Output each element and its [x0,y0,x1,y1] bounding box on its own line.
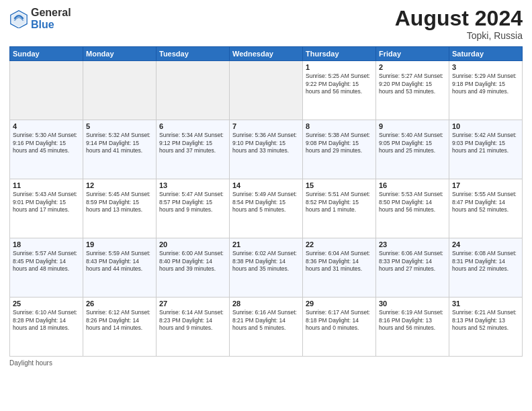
calendar-cell: 7Sunrise: 5:36 AM Sunset: 9:10 PM Daylig… [230,120,303,179]
calendar-cell: 22Sunrise: 6:04 AM Sunset: 8:36 PM Dayli… [303,238,376,298]
day-number: 22 [306,240,373,248]
day-info: Sunrise: 5:59 AM Sunset: 8:43 PM Dayligh… [86,250,153,273]
day-info: Sunrise: 5:27 AM Sunset: 9:20 PM Dayligh… [379,73,446,95]
day-number: 2 [379,63,446,71]
day-number: 15 [306,181,373,189]
calendar-cell: 3Sunrise: 5:29 AM Sunset: 9:18 PM Daylig… [449,61,523,120]
day-info: Sunrise: 5:51 AM Sunset: 8:52 PM Dayligh… [306,191,373,214]
day-number: 31 [452,300,519,308]
day-number: 23 [379,240,446,248]
day-number: 6 [159,122,226,130]
day-number: 27 [159,300,226,308]
day-info: Sunrise: 6:17 AM Sunset: 8:18 PM Dayligh… [306,309,373,332]
location: Topki, Russia [395,30,523,41]
calendar-cell: 27Sunrise: 6:14 AM Sunset: 8:23 PM Dayli… [157,298,230,357]
day-info: Sunrise: 5:47 AM Sunset: 8:57 PM Dayligh… [159,191,226,214]
col-thursday: Thursday [303,47,376,61]
day-info: Sunrise: 6:06 AM Sunset: 8:33 PM Dayligh… [379,250,446,273]
calendar-cell: 9Sunrise: 5:40 AM Sunset: 9:05 PM Daylig… [376,120,449,179]
day-number: 29 [306,300,373,308]
day-number: 30 [379,300,446,308]
day-number: 28 [232,300,300,308]
logo-icon [9,9,28,28]
col-saturday: Saturday [449,47,523,61]
col-wednesday: Wednesday [230,47,303,61]
day-info: Sunrise: 6:10 AM Sunset: 8:28 PM Dayligh… [13,309,80,332]
day-info: Sunrise: 6:21 AM Sunset: 8:13 PM Dayligh… [452,309,519,332]
calendar-cell: 10Sunrise: 5:42 AM Sunset: 9:03 PM Dayli… [449,120,523,179]
day-info: Sunrise: 6:02 AM Sunset: 8:38 PM Dayligh… [232,250,300,273]
day-number: 19 [86,240,153,248]
day-info: Sunrise: 5:42 AM Sunset: 9:03 PM Dayligh… [452,132,519,154]
calendar-cell: 1Sunrise: 5:25 AM Sunset: 9:22 PM Daylig… [303,61,376,120]
calendar-week-2: 4Sunrise: 5:30 AM Sunset: 9:16 PM Daylig… [10,120,523,179]
day-number: 14 [232,181,300,189]
day-info: Sunrise: 6:04 AM Sunset: 8:36 PM Dayligh… [306,250,373,273]
day-number: 8 [306,122,373,130]
day-info: Sunrise: 5:43 AM Sunset: 9:01 PM Dayligh… [13,191,80,214]
day-info: Sunrise: 5:57 AM Sunset: 8:45 PM Dayligh… [13,250,80,273]
day-info: Sunrise: 6:19 AM Sunset: 8:16 PM Dayligh… [379,309,446,332]
calendar-cell: 12Sunrise: 5:45 AM Sunset: 8:59 PM Dayli… [83,179,157,238]
calendar-cell: 24Sunrise: 6:08 AM Sunset: 8:31 PM Dayli… [449,238,523,298]
day-info: Sunrise: 6:16 AM Sunset: 8:21 PM Dayligh… [232,309,300,332]
day-number: 7 [232,122,300,130]
col-friday: Friday [376,47,449,61]
day-number: 10 [452,122,519,130]
day-info: Sunrise: 5:25 AM Sunset: 9:22 PM Dayligh… [306,73,373,95]
calendar-cell: 18Sunrise: 5:57 AM Sunset: 8:45 PM Dayli… [10,238,83,298]
day-number: 5 [86,122,153,130]
calendar-cell: 15Sunrise: 5:51 AM Sunset: 8:52 PM Dayli… [303,179,376,238]
calendar-week-1: 1Sunrise: 5:25 AM Sunset: 9:22 PM Daylig… [10,61,523,120]
calendar-cell: 8Sunrise: 5:38 AM Sunset: 9:08 PM Daylig… [303,120,376,179]
day-number: 16 [379,181,446,189]
calendar-cell: 11Sunrise: 5:43 AM Sunset: 9:01 PM Dayli… [10,179,83,238]
day-number: 18 [13,240,80,248]
page: General Blue August 2024 Topki, Russia S… [0,0,532,411]
day-number: 12 [86,181,153,189]
day-number: 21 [232,240,300,248]
day-info: Sunrise: 5:40 AM Sunset: 9:05 PM Dayligh… [379,132,446,154]
col-tuesday: Tuesday [157,47,230,61]
calendar-cell: 28Sunrise: 6:16 AM Sunset: 8:21 PM Dayli… [230,298,303,357]
calendar-cell [10,61,83,120]
calendar-cell: 4Sunrise: 5:30 AM Sunset: 9:16 PM Daylig… [10,120,83,179]
calendar-week-5: 25Sunrise: 6:10 AM Sunset: 8:28 PM Dayli… [10,298,523,357]
calendar-week-4: 18Sunrise: 5:57 AM Sunset: 8:45 PM Dayli… [10,238,523,298]
day-number: 9 [379,122,446,130]
day-number: 26 [86,300,153,308]
col-monday: Monday [83,47,157,61]
calendar-cell: 16Sunrise: 5:53 AM Sunset: 8:50 PM Dayli… [376,179,449,238]
calendar-cell: 20Sunrise: 6:00 AM Sunset: 8:40 PM Dayli… [157,238,230,298]
calendar-cell: 26Sunrise: 6:12 AM Sunset: 8:26 PM Dayli… [83,298,157,357]
calendar-cell: 19Sunrise: 5:59 AM Sunset: 8:43 PM Dayli… [83,238,157,298]
day-number: 1 [306,63,373,71]
day-info: Sunrise: 5:29 AM Sunset: 9:18 PM Dayligh… [452,73,519,95]
day-number: 24 [452,240,519,248]
title-block: August 2024 Topki, Russia [395,7,523,41]
day-info: Sunrise: 5:30 AM Sunset: 9:16 PM Dayligh… [13,132,80,154]
calendar-table: Sunday Monday Tuesday Wednesday Thursday… [9,46,523,357]
calendar-header-row: Sunday Monday Tuesday Wednesday Thursday… [10,47,523,61]
calendar-cell [157,61,230,120]
day-info: Sunrise: 5:32 AM Sunset: 9:14 PM Dayligh… [86,132,153,154]
svg-marker-0 [12,11,26,26]
calendar-cell: 5Sunrise: 5:32 AM Sunset: 9:14 PM Daylig… [83,120,157,179]
calendar-cell: 29Sunrise: 6:17 AM Sunset: 8:18 PM Dayli… [303,298,376,357]
calendar-cell: 14Sunrise: 5:49 AM Sunset: 8:54 PM Dayli… [230,179,303,238]
calendar-cell: 2Sunrise: 5:27 AM Sunset: 9:20 PM Daylig… [376,61,449,120]
calendar-cell: 13Sunrise: 5:47 AM Sunset: 8:57 PM Dayli… [157,179,230,238]
day-number: 13 [159,181,226,189]
day-info: Sunrise: 5:55 AM Sunset: 8:47 PM Dayligh… [452,191,519,214]
calendar-cell: 31Sunrise: 6:21 AM Sunset: 8:13 PM Dayli… [449,298,523,357]
month-year: August 2024 [395,7,523,30]
day-info: Sunrise: 6:00 AM Sunset: 8:40 PM Dayligh… [159,250,226,273]
day-number: 11 [13,181,80,189]
logo: General Blue [9,7,71,30]
day-number: 3 [452,63,519,71]
day-number: 20 [159,240,226,248]
calendar-week-3: 11Sunrise: 5:43 AM Sunset: 9:01 PM Dayli… [10,179,523,238]
calendar-cell [230,61,303,120]
logo-blue-text: Blue [31,19,71,31]
day-info: Sunrise: 5:34 AM Sunset: 9:12 PM Dayligh… [159,132,226,154]
